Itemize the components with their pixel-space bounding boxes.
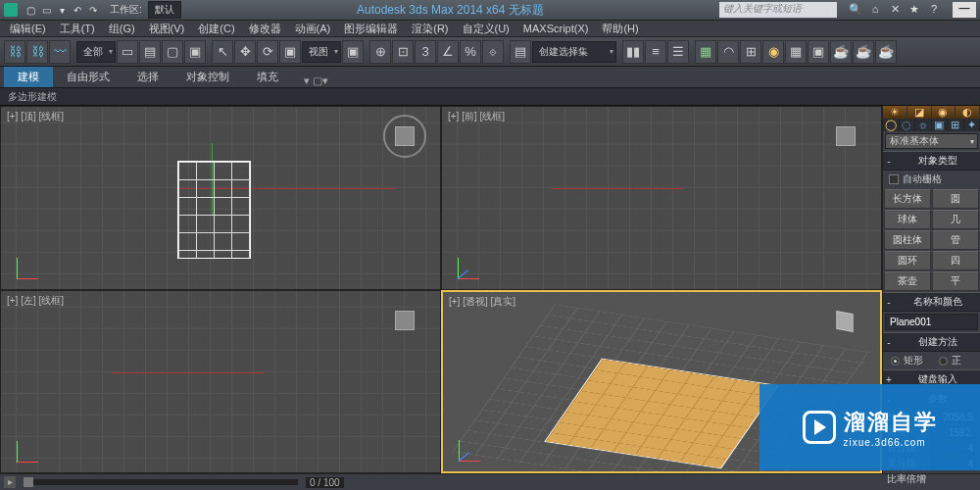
- menu-help[interactable]: 帮助(H): [596, 21, 644, 37]
- menu-view[interactable]: 视图(V): [143, 21, 191, 37]
- viewport-front-label[interactable]: [+] [前] [线框]: [448, 110, 505, 123]
- snap3-icon[interactable]: 3: [415, 40, 436, 64]
- rollout-namecolor[interactable]: -名称和颜色: [883, 292, 980, 312]
- btn-cone[interactable]: 圆: [932, 189, 979, 209]
- cat-helpers-icon[interactable]: ⊞: [948, 119, 964, 131]
- tab-objectpaint[interactable]: 对象控制: [172, 67, 243, 87]
- teapot-iter-icon[interactable]: ☕: [875, 40, 897, 64]
- align-icon[interactable]: ≡: [645, 40, 666, 64]
- btn-tube[interactable]: 管: [932, 230, 979, 250]
- help-search-input[interactable]: 键入关键字或短语: [719, 2, 837, 18]
- rendersetup-icon[interactable]: ▦: [785, 40, 807, 64]
- select-name-icon[interactable]: ▤: [139, 40, 161, 64]
- viewport-persp-label[interactable]: [+] [透视] [真实]: [449, 295, 515, 309]
- menu-create[interactable]: 创建(C): [192, 21, 240, 37]
- btn-cylinder[interactable]: 圆柱体: [884, 230, 931, 250]
- tab-populate[interactable]: 填充: [243, 67, 292, 87]
- named-selset[interactable]: 创建选择集: [532, 41, 616, 63]
- spinner-icon[interactable]: ⟐: [482, 40, 504, 64]
- curve-icon[interactable]: ◠: [717, 40, 739, 64]
- bindspace-icon[interactable]: 〰: [49, 40, 71, 64]
- tab-freeform[interactable]: 自由形式: [53, 67, 123, 87]
- select-icon[interactable]: ▭: [117, 40, 138, 64]
- menu-customize[interactable]: 自定义(U): [457, 21, 515, 37]
- teapot-prod-icon[interactable]: ☕: [853, 40, 874, 64]
- tab-hierarchy-icon[interactable]: ◉: [932, 106, 956, 119]
- tab-motion-icon[interactable]: ◐: [956, 106, 980, 119]
- mirror-icon[interactable]: ▮▮: [622, 40, 644, 64]
- ribbon-dropdown-icon[interactable]: ▾ ▢▾: [304, 74, 328, 87]
- save-icon[interactable]: ▾: [55, 3, 69, 17]
- schematic-icon[interactable]: ⊞: [740, 40, 761, 64]
- autogrid-checkbox[interactable]: 自动栅格: [883, 171, 980, 188]
- rollout-objecttype[interactable]: -对象类型: [883, 151, 980, 171]
- unlink-icon[interactable]: ⛓: [26, 40, 48, 64]
- btn-geo[interactable]: 几: [932, 210, 979, 229]
- selection-filter[interactable]: 全部: [76, 41, 116, 63]
- object-name-input[interactable]: Plane001: [885, 314, 978, 330]
- viewport-front[interactable]: [+] [前] [线框]: [441, 106, 882, 290]
- select-rect-icon[interactable]: ▢: [162, 40, 183, 64]
- material-icon[interactable]: ◉: [762, 40, 784, 64]
- scale-icon[interactable]: ▣: [279, 40, 301, 64]
- viewcube-left[interactable]: [383, 299, 426, 342]
- expand-icon[interactable]: ▸: [4, 476, 16, 488]
- menu-edit[interactable]: 编辑(E): [4, 21, 52, 37]
- viewport-top[interactable]: [+] [顶] [线框]: [0, 106, 441, 290]
- new-icon[interactable]: ▢: [24, 3, 37, 17]
- menu-maxscript[interactable]: MAXScript(X): [517, 22, 595, 35]
- graphite-icon[interactable]: ▦: [695, 40, 716, 64]
- radio-square[interactable]: 正: [931, 352, 969, 369]
- btn-teapot[interactable]: 茶壶: [884, 271, 931, 291]
- star-icon[interactable]: ★: [907, 3, 921, 17]
- redo-icon[interactable]: ↷: [86, 3, 100, 17]
- viewport-top-label[interactable]: [+] [顶] [线框]: [7, 110, 64, 123]
- tab-create-icon[interactable]: ☀: [883, 106, 907, 119]
- exchange-icon[interactable]: ✕: [888, 3, 902, 17]
- renderframe-icon[interactable]: ▣: [808, 40, 829, 64]
- pivot-icon[interactable]: ▣: [342, 40, 364, 64]
- manip-icon[interactable]: ⊕: [369, 40, 391, 64]
- cat-lights-icon[interactable]: ☼: [915, 119, 932, 131]
- tab-modeling[interactable]: 建模: [4, 67, 53, 87]
- viewcube-front[interactable]: [824, 115, 867, 158]
- viewcube-persp[interactable]: [823, 300, 866, 343]
- anglesnap-icon[interactable]: ∠: [437, 40, 459, 64]
- viewport-left-label[interactable]: [+] [左] [线框]: [7, 294, 64, 308]
- viewcube-top[interactable]: [383, 115, 426, 158]
- radio-rectangle[interactable]: 矩形: [883, 352, 931, 369]
- link-icon[interactable]: ⛓: [4, 40, 25, 64]
- btn-plane[interactable]: 平: [932, 271, 979, 291]
- search-icon[interactable]: 🔍: [849, 3, 862, 17]
- select-window-icon[interactable]: ▣: [184, 40, 206, 64]
- cat-geometry-icon[interactable]: ◯: [883, 119, 900, 131]
- pctsnap-icon[interactable]: %: [460, 40, 481, 64]
- menu-modifiers[interactable]: 修改器: [243, 21, 287, 37]
- menu-grapheditor[interactable]: 图形编辑器: [338, 21, 404, 37]
- cat-space-icon[interactable]: ✦: [964, 119, 981, 131]
- cursor-icon[interactable]: ↖: [212, 40, 233, 64]
- teapot-render-icon[interactable]: ☕: [830, 40, 852, 64]
- ref-coord[interactable]: 视图: [302, 41, 341, 63]
- undo-icon[interactable]: ↶: [71, 3, 84, 17]
- primitive-category[interactable]: 标准基本体: [885, 133, 978, 149]
- cat-cameras-icon[interactable]: ▣: [932, 119, 949, 131]
- open-icon[interactable]: ▭: [39, 3, 53, 17]
- menu-render[interactable]: 渲染(R): [406, 21, 454, 37]
- btn-box[interactable]: 长方体: [884, 189, 931, 209]
- signin-icon[interactable]: ⌂: [868, 3, 882, 17]
- move-icon[interactable]: ✥: [234, 40, 256, 64]
- btn-torus[interactable]: 圆环: [884, 251, 931, 270]
- menu-group[interactable]: 组(G): [103, 21, 141, 37]
- rollout-createmethod[interactable]: -创建方法: [883, 332, 980, 352]
- rotate-icon[interactable]: ⟳: [257, 40, 278, 64]
- tab-selection[interactable]: 选择: [123, 67, 172, 87]
- minimize-button[interactable]: —: [953, 2, 976, 18]
- viewport-left[interactable]: [+] [左] [线框]: [0, 290, 441, 474]
- btn-pyr[interactable]: 四: [932, 251, 979, 270]
- help-icon[interactable]: ?: [927, 3, 941, 17]
- menu-tools[interactable]: 工具(T): [54, 21, 101, 37]
- editselset-icon[interactable]: ▤: [510, 40, 531, 64]
- cat-shapes-icon[interactable]: ◌: [900, 119, 916, 131]
- keymode-icon[interactable]: ⊡: [392, 40, 414, 64]
